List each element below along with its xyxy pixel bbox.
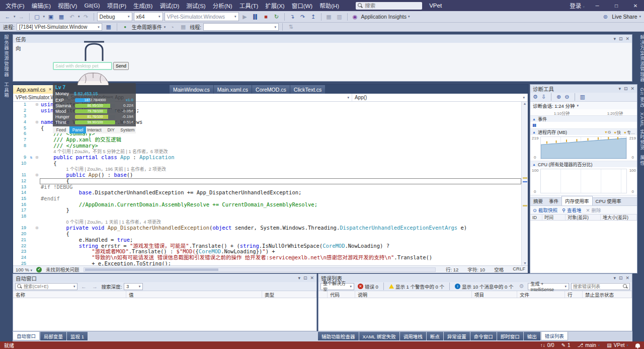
vpet-overlay[interactable]: Send Lv 7 Money $ 82,453.15 EXP1872.78/4… — [53, 40, 136, 133]
error-column-header[interactable]: 代码 — [328, 291, 355, 298]
diagnostics-tab[interactable]: 摘要 — [530, 196, 546, 205]
menu-item[interactable]: 工具(T) — [236, 0, 262, 11]
editor-tab[interactable]: MainWindow.cs — [170, 85, 213, 94]
window-position-icon[interactable]: ▾ — [613, 275, 616, 281]
autohide-tab[interactable]: XAML 实时预览 — [638, 112, 644, 150]
bottom-tab[interactable]: XAML 绑定失败 — [359, 332, 399, 340]
editor-tab[interactable]: CoreMOD.cs — [252, 85, 290, 94]
next-result-button[interactable]: → — [91, 283, 100, 290]
code-text[interactable]: private void App_DispatcherUnhandledExce… — [40, 225, 521, 231]
autos-titlebar[interactable]: 自动窗口 ▾ ⊡ ✕ — [13, 274, 316, 282]
error-source-combo[interactable]: 生成 + IntelliSense▾ — [528, 283, 569, 290]
menu-item[interactable]: 分析(N) — [209, 0, 236, 11]
gear-icon[interactable]: ⚙ — [533, 94, 538, 100]
error-column-header[interactable]: 行 — [565, 291, 583, 298]
menu-item[interactable]: 项目(P) — [104, 0, 130, 11]
查看堆-action[interactable]: ⚲查看堆 — [562, 206, 581, 214]
autos-content[interactable] — [13, 298, 316, 331]
status-pencil[interactable]: ✎1 — [561, 342, 571, 348]
find-in-files-button[interactable]: ▥ — [335, 12, 344, 21]
error-column-header[interactable]: 文件 — [517, 291, 565, 298]
pin-icon[interactable]: ⊡ — [619, 36, 623, 41]
error-column-header[interactable]: 禁止显示状态 — [583, 291, 632, 298]
error-search-box[interactable] — [571, 283, 630, 290]
autos-search-box[interactable]: ▾ — [15, 283, 77, 290]
close-icon[interactable]: ✕ — [48, 87, 52, 92]
bottom-tab[interactable]: 命令窗口 — [470, 332, 497, 340]
prev-result-button[interactable]: ← — [79, 283, 89, 290]
pet-tab-interact[interactable]: Interact — [86, 126, 103, 133]
pet-tab-panel[interactable]: Panel — [69, 126, 86, 133]
cpu-section-header[interactable]: ▲CPU (所有处理器的百分比) — [530, 161, 637, 167]
solution-config-combo[interactable]: Debug▾ — [97, 12, 132, 21]
autohide-tab[interactable]: Git 更改 — [638, 88, 644, 108]
bottom-tab[interactable]: 断点 — [427, 332, 443, 340]
pet-tab-feed[interactable]: Feed — [53, 126, 69, 133]
editor-tab[interactable]: ClickText.cs — [290, 85, 325, 94]
menu-item[interactable]: 帮助(H) — [316, 0, 343, 11]
code-text[interactable]: base.DispatcherUnhandledException += App… — [40, 190, 521, 196]
step-into-button[interactable]: ↴ — [288, 12, 297, 21]
pin-icon[interactable]: ⊡ — [303, 275, 307, 281]
error-search-input[interactable] — [573, 284, 621, 289]
warnings-filter-button[interactable]: 显示 1 个警告中的 0 个 — [387, 283, 446, 290]
bottom-tab[interactable]: 调用堆栈 — [400, 332, 426, 340]
code-text[interactable]: { — [40, 161, 521, 167]
breadcrumb-member[interactable]: App()▾ — [352, 94, 528, 101]
autos-column-header[interactable]: 类型 — [262, 291, 316, 298]
memory-section-header[interactable]: ▲进程内存 (MB) ▼G▼快▼专… — [530, 129, 637, 135]
editor-horizontal-scrollbar[interactable] — [84, 267, 436, 272]
save-button[interactable]: ▣ — [46, 12, 55, 21]
diagnostics-tab[interactable]: 内存使用率 — [561, 196, 593, 205]
zoom-in-icon[interactable]: ⊕ — [556, 94, 561, 100]
code-text[interactable]: } — [40, 207, 521, 214]
menu-item[interactable]: 扩展(X) — [262, 0, 288, 11]
error-column-header[interactable]: 项目 — [472, 291, 517, 298]
pet-tab-system[interactable]: System — [119, 126, 136, 133]
window-position-icon[interactable]: ▾ — [298, 275, 300, 281]
editor-tab[interactable]: Main.xaml.cs — [214, 85, 252, 94]
save-all-button[interactable]: ▦ — [57, 12, 66, 21]
fold-icon[interactable]: ⊟ — [34, 102, 40, 108]
snapshot-column-header[interactable]: ID — [530, 215, 542, 220]
memory-layout-button[interactable]: ▦ — [179, 23, 188, 31]
thread-combo[interactable]: ▾ — [203, 23, 279, 31]
bottom-tab[interactable]: 自动窗口 — [13, 332, 40, 340]
error-list-content[interactable] — [318, 298, 632, 331]
indent-indicator[interactable]: 空格 — [494, 266, 504, 273]
pet-character[interactable] — [70, 70, 136, 83]
window-position-icon[interactable]: ▾ — [618, 86, 621, 91]
menu-item[interactable]: 窗口(W) — [288, 0, 316, 11]
menu-item[interactable]: 调试(D) — [156, 0, 183, 11]
code-text[interactable]: /// </summary> — [40, 143, 521, 149]
snapshot-column-header[interactable]: 对象(差异) — [566, 215, 601, 220]
restart-debug-button[interactable]: ↻ — [272, 12, 281, 21]
timeline-ruler[interactable]: 1:10分钟 1:20分钟 — [530, 109, 637, 116]
redo-button[interactable]: ↷ — [82, 12, 91, 21]
errors-filter-button[interactable]: ✕错误 0 — [356, 283, 380, 290]
events-track[interactable]: ▮▮ — [530, 122, 637, 129]
diagnostics-tab[interactable]: 事件 — [546, 196, 561, 205]
menu-item[interactable]: Git(G) — [80, 0, 103, 11]
code-text[interactable] — [40, 214, 521, 220]
bottom-tab[interactable]: 输出 — [524, 332, 540, 340]
autos-column-header[interactable]: 名称 — [13, 291, 126, 298]
filter-icon[interactable]: ⚙ — [517, 283, 526, 290]
search-box[interactable] — [356, 2, 422, 10]
messages-filter-button[interactable]: i显示 10 个消息中的 0 个 — [453, 283, 515, 290]
error-list-titlebar[interactable]: 错误列表 ▾ ⊡ ✕ — [318, 274, 632, 282]
window-position-icon[interactable]: ▾ — [613, 36, 616, 41]
events-section-header[interactable]: ▲事件 — [530, 116, 637, 122]
step-out-button[interactable]: ↥ — [309, 12, 318, 21]
menu-item[interactable]: 编辑(E) — [28, 0, 54, 11]
autos-column-header[interactable]: 值 — [126, 291, 262, 298]
startup-project-combo[interactable]: VPet-Simulator.Windows▾ — [165, 12, 239, 21]
undo-button[interactable]: ↶ — [67, 12, 76, 21]
autos-search-input[interactable] — [24, 284, 72, 289]
start-debug-button[interactable]: ▶ — [240, 12, 250, 21]
pet-say-input[interactable] — [53, 62, 112, 70]
chart-icon[interactable]: ▥ — [580, 94, 585, 100]
minimize-button[interactable]: ─ — [591, 3, 604, 9]
editor-vertical-scrollbar[interactable]: ▲ ▼ — [521, 102, 528, 265]
navigate-forward-button[interactable]: → — [17, 12, 26, 21]
